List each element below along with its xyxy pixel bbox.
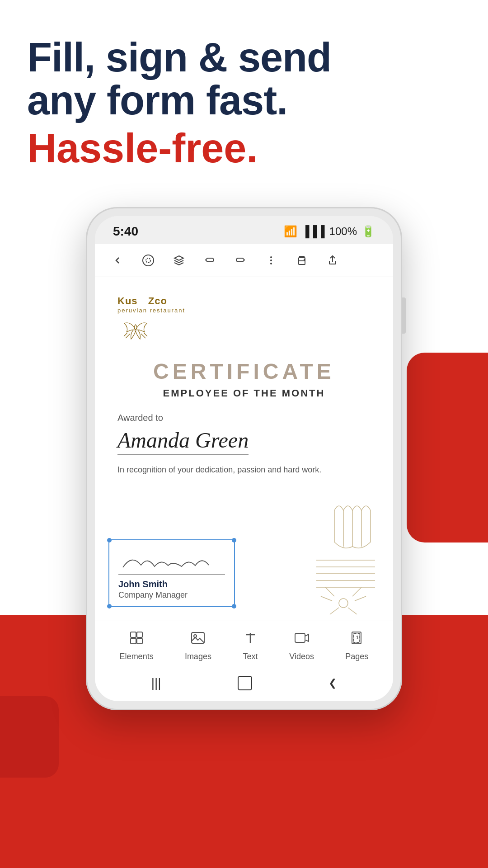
headline-line1: Fill, sign & send xyxy=(27,35,331,80)
svg-point-0 xyxy=(143,255,154,266)
nazca-decoration xyxy=(298,488,384,616)
svg-point-2 xyxy=(270,256,272,258)
svg-line-24 xyxy=(330,608,339,614)
nav-pages-label: Pages xyxy=(345,652,368,661)
restaurant-name: Kus Zco xyxy=(117,295,371,307)
svg-point-3 xyxy=(270,259,272,261)
phone-screen: 5:40 📶 ▐▐▐ 100% 🔋 xyxy=(95,216,393,701)
svg-line-21 xyxy=(321,596,332,601)
corner-handle-tl[interactable] xyxy=(107,538,112,542)
svg-rect-34 xyxy=(295,633,305,642)
svg-rect-29 xyxy=(137,638,142,644)
svg-rect-26 xyxy=(131,632,136,637)
signal-icon: ▐▐▐ xyxy=(302,225,325,238)
svg-point-6 xyxy=(304,259,305,260)
share-icon[interactable] xyxy=(324,251,342,269)
subheadline: Hassle-free. xyxy=(27,126,461,171)
nav-text[interactable]: Text xyxy=(243,630,258,661)
svg-line-25 xyxy=(348,608,357,614)
svg-rect-5 xyxy=(299,261,305,264)
undo-icon[interactable] xyxy=(201,251,219,269)
more-icon[interactable] xyxy=(262,251,280,269)
svg-line-8 xyxy=(124,333,127,336)
svg-line-23 xyxy=(355,596,366,601)
bottom-nav: Elements Images xyxy=(95,621,393,668)
signature-box: John Smith Company Manager xyxy=(108,539,235,607)
svg-line-10 xyxy=(144,333,147,336)
wifi-icon: 📶 xyxy=(284,225,297,238)
svg-point-19 xyxy=(339,599,348,608)
nav-elements-label: Elements xyxy=(120,652,154,661)
document-toolbar[interactable] xyxy=(95,244,393,277)
restaurant-logo: Kus Zco peruvian restaurant xyxy=(117,295,371,345)
status-icons: 📶 ▐▐▐ 100% 🔋 xyxy=(284,225,375,238)
text-icon xyxy=(243,630,258,649)
cert-title: CERTIFICATE xyxy=(117,359,371,384)
nav-videos-label: Videos xyxy=(289,652,314,661)
document-content: Kus Zco peruvian restaurant xyxy=(95,277,393,621)
svg-rect-27 xyxy=(137,632,142,637)
android-back-icon[interactable]: ||| xyxy=(151,676,161,690)
nav-text-label: Text xyxy=(243,652,258,661)
headline-line2: any form fast. xyxy=(27,78,287,123)
recognition-text: In recognition of your dedication, passi… xyxy=(117,464,371,476)
svg-line-7 xyxy=(126,334,130,338)
awarded-to-label: Awarded to xyxy=(117,413,371,423)
svg-rect-28 xyxy=(131,638,136,644)
header-section: Fill, sign & send any form fast. Hassle-… xyxy=(0,0,488,189)
phone-side-button xyxy=(402,297,406,334)
phone-frame: 5:40 📶 ▐▐▐ 100% 🔋 xyxy=(86,207,402,710)
svg-rect-30 xyxy=(192,632,204,643)
svg-text:1: 1 xyxy=(356,635,359,640)
corner-handle-tr[interactable] xyxy=(232,538,236,542)
battery-icon: 🔋 xyxy=(361,225,375,238)
elements-icon xyxy=(129,630,144,649)
videos-icon xyxy=(294,630,310,649)
cert-subtitle: EMPLOYEE OF THE MONTH xyxy=(117,387,371,399)
android-navbar: ||| ❮ xyxy=(95,668,393,701)
headline: Fill, sign & send any form fast. xyxy=(27,36,461,122)
android-recent-icon[interactable]: ❮ xyxy=(328,677,337,689)
back-button[interactable] xyxy=(108,251,127,269)
bird-logo-icon xyxy=(117,316,154,344)
logo-divider xyxy=(143,297,143,306)
corner-handle-bl[interactable] xyxy=(107,604,112,609)
svg-point-1 xyxy=(146,258,150,263)
phone-mockup: 5:40 📶 ▐▐▐ 100% 🔋 xyxy=(0,207,488,710)
status-time: 5:40 xyxy=(113,224,138,239)
redo-icon[interactable] xyxy=(231,251,249,269)
svg-line-20 xyxy=(325,587,334,596)
nav-images-label: Images xyxy=(185,652,211,661)
images-icon xyxy=(190,630,206,649)
nav-pages[interactable]: 1 Pages xyxy=(345,630,368,661)
signer-title: Company Manager xyxy=(118,590,225,600)
svg-line-22 xyxy=(352,587,361,596)
svg-point-4 xyxy=(270,263,272,264)
signature-drawing xyxy=(118,547,225,575)
play-circle-icon[interactable] xyxy=(139,251,157,269)
restaurant-subtitle: peruvian restaurant xyxy=(117,307,371,314)
nav-elements[interactable]: Elements xyxy=(120,630,154,661)
battery-label: 100% xyxy=(329,225,357,238)
nav-videos[interactable]: Videos xyxy=(289,630,314,661)
status-bar: 5:40 📶 ▐▐▐ 100% 🔋 xyxy=(95,216,393,244)
layers-icon[interactable] xyxy=(170,251,188,269)
signer-name: John Smith xyxy=(118,579,225,590)
nav-images[interactable]: Images xyxy=(185,630,211,661)
corner-handle-br[interactable] xyxy=(232,604,236,609)
pages-icon: 1 xyxy=(349,630,365,649)
svg-line-9 xyxy=(141,334,145,338)
recipient-name: Amanda Green xyxy=(117,428,249,455)
android-home-icon[interactable] xyxy=(238,676,252,690)
print-icon[interactable] xyxy=(293,251,311,269)
